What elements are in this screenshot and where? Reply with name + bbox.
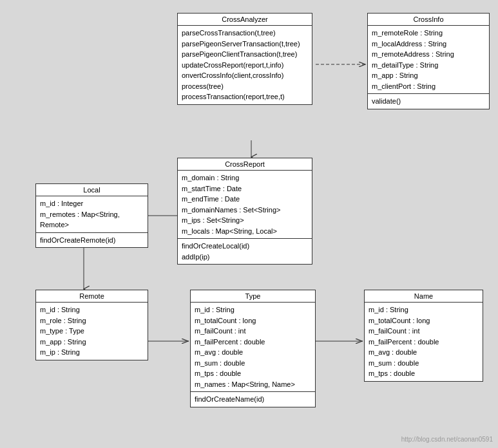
class-name-title: Name (365, 290, 483, 303)
class-type-title: Type (191, 290, 315, 303)
field-item: m_totalCount : long (369, 315, 479, 326)
field-item: m_names : Map<String, Name> (195, 379, 311, 390)
class-local-title: Local (36, 184, 148, 196)
field-item: m_id : String (40, 304, 144, 315)
field-item: m_sum : double (369, 358, 479, 369)
field-item: m_totalCount : long (195, 315, 311, 326)
field-item: m_ip : String (40, 347, 144, 358)
class-crossanalyzer-title: CrossAnalyzer (178, 14, 312, 26)
method-item: onvertCrossInfo(client,crossInfo) (182, 70, 308, 81)
method-item: validate() (372, 96, 485, 107)
field-item: m_app : String (40, 337, 144, 348)
class-crossanalyzer-methods: parseCrossTransaction(t,tree) parsePigeo… (178, 26, 312, 104)
field-item: m_failCount : int (195, 326, 311, 337)
field-item: m_type : Type (40, 326, 144, 337)
method-item: processTransaction(report,tree,t) (182, 91, 308, 102)
field-item: m_failPercent : double (369, 337, 479, 348)
class-remote-title: Remote (36, 290, 148, 303)
class-crossreport: CrossReport m_domain : String m_startTim… (177, 158, 312, 265)
method-item: parseCrossTransaction(t,tree) (182, 28, 308, 39)
field-item: m_domainNames : Set<String> (182, 205, 308, 216)
field-item: m_locals : Map<String, Local> (182, 226, 308, 237)
class-crossinfo: CrossInfo m_remoteRole : String m_localA… (367, 13, 490, 109)
class-crossinfo-title: CrossInfo (368, 14, 489, 26)
class-local-fields: m_id : Integer m_remotes : Map<String, R… (36, 196, 148, 233)
field-item: m_domain : String (182, 173, 308, 183)
class-crossanalyzer: CrossAnalyzer parseCrossTransaction(t,tr… (177, 13, 312, 105)
field-item: m_remoteRole : String (372, 28, 485, 39)
method-item: process(tree) (182, 81, 308, 92)
field-item: m_avg : double (195, 347, 311, 358)
field-item: m_remotes : Map<String, Remote> (40, 209, 144, 230)
class-local-methods: findOrCreateRemote(id) (36, 233, 148, 248)
class-name-fields: m_id : String m_totalCount : long m_fail… (365, 303, 483, 381)
method-item: updateCrossReport(report,t,info) (182, 60, 308, 71)
method-item: findOrCreateName(id) (195, 394, 311, 405)
class-remote-fields: m_id : String m_role : String m_type : T… (36, 303, 148, 360)
class-crossinfo-fields: m_remoteRole : String m_localAddress : S… (368, 26, 489, 94)
field-item: m_app : String (372, 70, 485, 81)
class-crossreport-methods: findOrCreateLocal(id) addIp(ip) (178, 239, 312, 264)
field-item: m_localAddress : String (372, 39, 485, 50)
field-item: m_tps : double (369, 368, 479, 379)
field-item: m_startTime : Date (182, 183, 308, 194)
field-item: m_ips : Set<String> (182, 215, 308, 226)
field-item: m_id : String (369, 304, 479, 315)
class-type: Type m_id : String m_totalCount : long m… (190, 290, 316, 407)
class-name: Name m_id : String m_totalCount : long m… (364, 290, 483, 382)
method-item: findOrCreateRemote(id) (40, 235, 144, 246)
field-item: m_avg : double (369, 347, 479, 358)
field-item: m_sum : double (195, 358, 311, 369)
watermark: http://blog.csdn.net/caonan0591 (401, 436, 493, 443)
class-type-fields: m_id : String m_totalCount : long m_fail… (191, 303, 315, 392)
method-item: addIp(ip) (182, 252, 308, 263)
class-crossreport-title: CrossReport (178, 158, 312, 171)
field-item: m_clientPort : String (372, 81, 485, 92)
field-item: m_id : String (195, 304, 311, 315)
method-item: parsePigeonClientTransaction(t,tree) (182, 49, 308, 60)
class-crossreport-fields: m_domain : String m_startTime : Date m_e… (178, 171, 312, 239)
method-item: findOrCreateLocal(id) (182, 241, 308, 252)
field-item: m_remoteAddress : String (372, 49, 485, 60)
field-item: m_tps : double (195, 368, 311, 379)
diagram-container: CrossAnalyzer parseCrossTransaction(t,tr… (0, 0, 498, 448)
field-item: m_endTime : Date (182, 194, 308, 205)
class-type-methods: findOrCreateName(id) (191, 392, 315, 407)
field-item: m_failPercent : double (195, 337, 311, 348)
class-remote: Remote m_id : String m_role : String m_t… (35, 290, 148, 360)
method-item: parsePigeonServerTransaction(t,tree) (182, 39, 308, 50)
field-item: m_role : String (40, 315, 144, 326)
field-item: m_detailType : String (372, 60, 485, 71)
field-item: m_failCount : int (369, 326, 479, 337)
class-local: Local m_id : Integer m_remotes : Map<Str… (35, 183, 148, 248)
field-item: m_id : Integer (40, 198, 144, 209)
class-crossinfo-methods: validate() (368, 94, 489, 109)
